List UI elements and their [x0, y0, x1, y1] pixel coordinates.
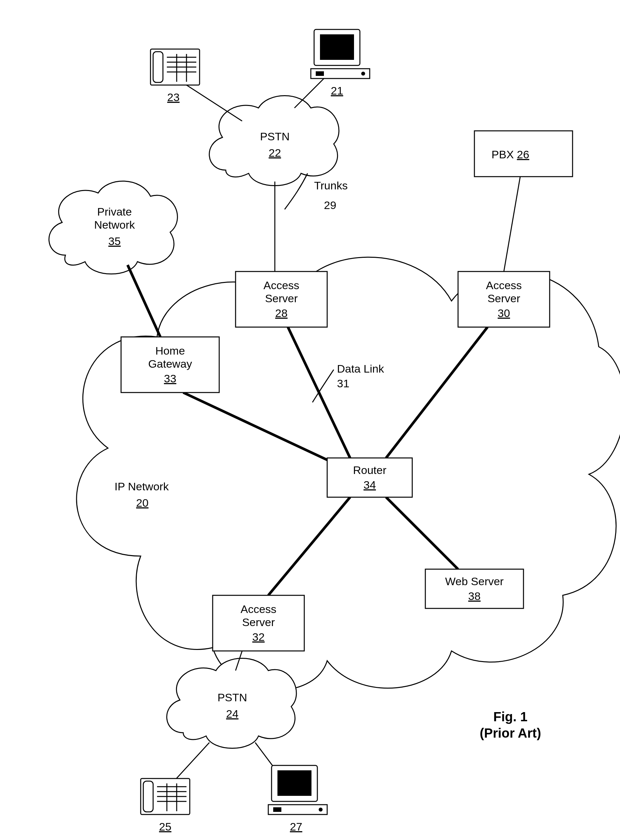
svg-rect-11: [153, 52, 163, 83]
link-phone23-pstn22: [187, 85, 242, 121]
figure-title: Fig. 1: [494, 709, 527, 724]
phone-icon-23: [150, 49, 200, 85]
pstn-bottom-label: PSTN: [218, 691, 247, 703]
access28-line2: Server: [265, 292, 298, 305]
private-network-line1: Private: [97, 206, 132, 218]
svg-rect-19: [143, 781, 153, 812]
access32-line1: Access: [241, 603, 277, 615]
svg-rect-1: [320, 35, 354, 60]
access32-line2: Server: [242, 616, 275, 628]
computer21-ref: 21: [331, 84, 343, 97]
webserver-ref: 38: [468, 590, 481, 602]
access30-line1: Access: [486, 279, 522, 292]
webserver-label: Web Server: [445, 575, 504, 588]
router-ref: 34: [364, 479, 376, 491]
link-computer21-pstn22: [295, 78, 324, 108]
computer-icon-21: [311, 29, 370, 78]
svg-rect-4: [316, 71, 324, 76]
svg-rect-6: [277, 770, 312, 796]
computer-icon-27: [268, 765, 327, 814]
homegw-line1: Home: [155, 344, 185, 357]
pstn-top-ref: 22: [269, 147, 281, 159]
pstn-bottom-ref: 24: [226, 708, 239, 720]
pbx-label: PBX 26: [491, 148, 529, 161]
datalink-label: Data Link: [337, 362, 384, 375]
computer27-ref: 27: [290, 820, 302, 833]
svg-point-3: [361, 72, 365, 75]
trunks-ref: 29: [324, 199, 336, 211]
router-label: Router: [353, 464, 387, 476]
access30-line2: Server: [488, 292, 520, 305]
phone25-ref: 25: [159, 820, 172, 833]
access32-ref: 32: [252, 631, 265, 643]
access28-line1: Access: [263, 279, 299, 292]
phone-icon-25: [141, 778, 190, 814]
ip-network-label: IP Network: [114, 480, 169, 493]
access30-ref: 30: [498, 307, 510, 319]
homegw-line2: Gateway: [148, 358, 192, 370]
private-network-ref: 35: [108, 235, 121, 247]
figure-subtitle: (Prior Art): [480, 726, 541, 740]
link-pstn24-phone25: [173, 742, 209, 782]
svg-point-8: [319, 808, 323, 811]
phone23-ref: 23: [167, 91, 180, 104]
pstn-top-label: PSTN: [260, 130, 290, 143]
homegw-ref: 33: [164, 372, 176, 385]
access28-ref: 28: [275, 307, 287, 319]
private-network-line2: Network: [94, 218, 135, 231]
svg-rect-9: [273, 807, 281, 812]
ip-network-ref: 20: [136, 497, 149, 509]
trunks-label: Trunks: [314, 179, 348, 192]
link-pbx-access30: [504, 177, 520, 272]
datalink-ref: 31: [337, 377, 349, 389]
link-private-homegw: [128, 265, 160, 337]
